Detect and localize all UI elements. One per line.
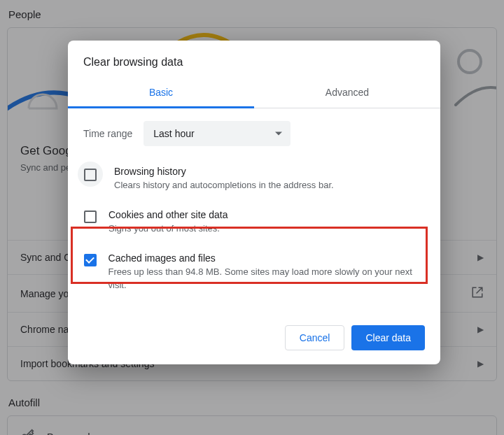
cancel-button[interactable]: Cancel	[285, 325, 345, 350]
dialog-tabs: Basic Advanced	[68, 78, 440, 108]
chevron-down-icon	[275, 132, 282, 136]
checkbox-browsing-history[interactable]	[84, 169, 97, 181]
dialog-title: Clear browsing data	[68, 41, 440, 69]
option-cached-desc: Frees up less than 94.8 MB. Some sites m…	[108, 266, 425, 292]
option-browsing-history: Browsing history Clears history and auto…	[83, 159, 425, 202]
option-cached-files: Cached images and files Frees up less th…	[83, 245, 425, 302]
option-cookies-title: Cookies and other site data	[108, 209, 227, 220]
clear-browsing-data-dialog: Clear browsing data Basic Advanced Time …	[68, 41, 440, 364]
dialog-footer: Cancel Clear data	[285, 325, 425, 350]
time-range-select[interactable]: Last hour	[144, 121, 290, 146]
checkbox-cookies[interactable]	[84, 211, 97, 223]
option-cached-title: Cached images and files	[108, 252, 425, 264]
tab-basic[interactable]: Basic	[68, 78, 254, 108]
clear-data-button[interactable]: Clear data	[351, 325, 425, 350]
option-browsing-history-title: Browsing history	[114, 166, 334, 177]
time-range-row: Time range Last hour	[83, 121, 425, 146]
tab-advanced[interactable]: Advanced	[254, 78, 440, 108]
time-range-label: Time range	[83, 128, 132, 139]
time-range-value: Last hour	[153, 128, 194, 139]
option-browsing-history-desc: Clears history and autocompletions in th…	[114, 179, 334, 192]
option-cookies-desc: Signs you out of most sites.	[108, 222, 227, 236]
checkbox-cached-files[interactable]	[84, 254, 97, 266]
option-cookies: Cookies and other site data Signs you ou…	[83, 202, 425, 245]
